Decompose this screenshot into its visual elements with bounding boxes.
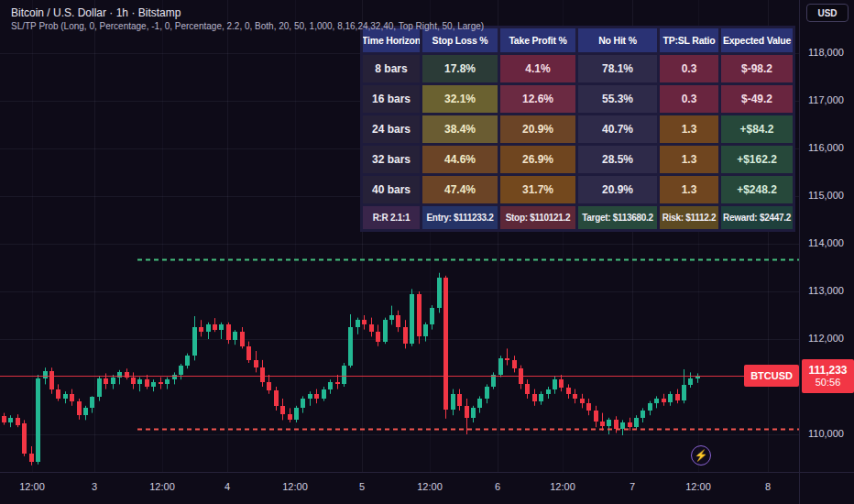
candle-down xyxy=(314,394,319,399)
sltp-probability-table: Time HorizonStop Loss %Take Profit %No H… xyxy=(360,26,795,232)
candle-down xyxy=(525,384,530,393)
table-footer-1: Entry: $111233.2 xyxy=(422,206,498,229)
table-header-3: No Hit % xyxy=(578,28,657,52)
candle-down xyxy=(22,423,27,454)
candle-down xyxy=(213,324,217,329)
candle-down xyxy=(254,360,258,367)
time-tick: 12:00 xyxy=(417,481,443,492)
candle-down xyxy=(586,403,591,411)
candle-down xyxy=(274,390,279,406)
candle-up xyxy=(383,320,388,341)
candle-down xyxy=(145,379,149,387)
candle-down xyxy=(260,367,265,382)
currency-toggle-button[interactable]: USD xyxy=(806,4,849,22)
candle-up xyxy=(179,366,183,375)
candle-down xyxy=(614,420,619,428)
table-footer-4: Risk: $1112.2 xyxy=(660,206,718,229)
candle-down xyxy=(600,422,605,426)
table-cell-r1c3: 55.3% xyxy=(578,85,657,113)
table-cell-r4c5: +$248.2 xyxy=(721,176,793,203)
candle-down xyxy=(396,315,400,327)
symbol-tag-label: BTCUSD xyxy=(750,370,793,381)
price-tick: 112,000 xyxy=(808,333,844,344)
time-tick: 5 xyxy=(359,481,365,492)
candle-up xyxy=(301,399,305,408)
candle-down xyxy=(288,414,292,420)
candle-down xyxy=(362,320,367,324)
candle-down xyxy=(29,454,34,462)
boost-lightning-icon[interactable]: ⚡ xyxy=(691,445,711,466)
candle-down xyxy=(226,324,231,340)
candle-up xyxy=(192,327,197,356)
currency-label: USD xyxy=(817,8,837,18)
table-cell-r3c2: 26.9% xyxy=(500,146,575,173)
candle-up xyxy=(43,371,48,378)
candle-up xyxy=(648,403,652,411)
candle-down xyxy=(417,294,422,337)
table-cell-r3c3: 28.5% xyxy=(578,146,657,173)
table-cell-r0c2: 4.1% xyxy=(500,55,575,82)
candle-down xyxy=(16,418,20,425)
table-header-2: Take Profit % xyxy=(500,28,575,52)
candle-up xyxy=(607,420,611,425)
table-cell-r1c2: 12.6% xyxy=(500,85,575,113)
candle-down xyxy=(675,394,680,400)
table-footer-2: Stop: $110121.2 xyxy=(500,206,575,229)
candle-down xyxy=(56,389,60,399)
candle-up xyxy=(688,378,693,385)
candle-down xyxy=(267,382,271,390)
candle-up xyxy=(206,324,211,332)
candle-down xyxy=(376,332,380,341)
table-cell-r1c4: 0.3 xyxy=(660,85,718,113)
table-cell-r2c3: 40.7% xyxy=(578,115,657,143)
candle-up xyxy=(83,408,88,415)
candle-up xyxy=(308,394,312,399)
time-tick: 4 xyxy=(224,481,230,492)
candle-down xyxy=(505,358,509,361)
table-cell-r0c0: 8 bars xyxy=(363,55,420,82)
candle-up xyxy=(498,358,503,375)
candle-up xyxy=(471,408,476,417)
candle-up xyxy=(553,379,557,389)
table-cell-r4c2: 31.7% xyxy=(500,176,575,203)
candle-up xyxy=(165,379,170,384)
candle-down xyxy=(49,371,54,389)
table-cell-r1c1: 32.1% xyxy=(422,85,498,113)
indicator-title[interactable]: SL/TP Prob (Long, 0, Percentage, -1, 0, … xyxy=(11,20,484,33)
candle-up xyxy=(90,397,94,408)
candle-up xyxy=(219,324,224,329)
candle-up xyxy=(233,332,237,340)
candle-down xyxy=(280,406,285,414)
table-header-4: TP:SL Ratio xyxy=(660,28,718,52)
candle-up xyxy=(634,418,639,427)
candle-up xyxy=(63,394,68,399)
candle-up xyxy=(546,389,551,394)
candle-up xyxy=(485,387,489,399)
candlestick-chart[interactable]: Bitcoin / U.S. Dollar · 1h · Bitstamp SL… xyxy=(0,0,799,472)
table-cell-r3c4: 1.3 xyxy=(660,146,718,173)
axis-corner xyxy=(799,472,854,504)
candle-down xyxy=(559,379,564,388)
candle-up xyxy=(137,379,142,384)
symbol-title[interactable]: Bitcoin / U.S. Dollar · 1h · Bitstamp xyxy=(11,6,484,20)
price-tick: 110,000 xyxy=(808,428,844,439)
candle-up xyxy=(477,399,482,408)
table-cell-r2c5: +$84.2 xyxy=(721,115,793,143)
time-tick: 6 xyxy=(495,481,500,492)
candle-down xyxy=(246,346,251,360)
time-tick: 12:00 xyxy=(550,481,575,492)
table-cell-r4c0: 40 bars xyxy=(363,176,420,203)
candle-down xyxy=(403,327,408,344)
last-price-label: 111,233 50:56 xyxy=(802,359,854,393)
table-cell-r2c0: 24 bars xyxy=(363,115,420,143)
candle-down xyxy=(573,394,577,399)
candle-down xyxy=(77,401,82,416)
price-axis[interactable]: USD 111,233 50:56 118,000117,000116,0001… xyxy=(799,0,854,472)
candle-up xyxy=(342,366,346,385)
candle-down xyxy=(465,406,469,418)
price-tick: 117,000 xyxy=(808,94,844,105)
time-axis[interactable]: 12:00312:00412:00512:00612:00712:008 xyxy=(0,472,799,504)
table-cell-r0c3: 78.1% xyxy=(578,55,657,82)
candle-up xyxy=(410,294,414,345)
time-tick: 12:00 xyxy=(149,481,175,492)
